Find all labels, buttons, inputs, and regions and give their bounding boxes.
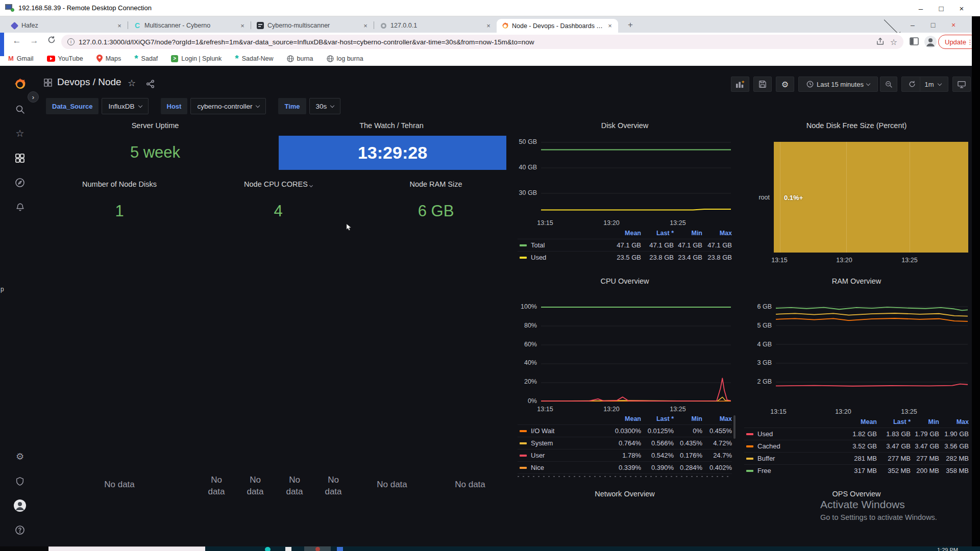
browser-maximize-icon[interactable]: □ [923, 21, 943, 29]
clock-panel: 13:29:28 [279, 136, 506, 170]
legend-row-ram-free[interactable]: Free 317 MB 352 MB 200 MB 358 MB [744, 464, 969, 477]
sidebar-item-dashboards[interactable] [12, 151, 28, 166]
y-tick: 40 GB [512, 164, 537, 171]
url-bar[interactable]: i 127.0.0.1:3000/d/lXiQG7/node?orgId=1&r… [61, 35, 903, 49]
share-dashboard-icon[interactable] [146, 80, 155, 90]
bookmark-sadaf[interactable]: *Sadaf [134, 55, 158, 62]
variable-value-host[interactable]: cyberno-controller [190, 98, 266, 114]
taskbar-search-box[interactable] [48, 546, 205, 551]
y-tick: 4 GB [747, 341, 772, 348]
cpu-overview-chart[interactable] [541, 305, 731, 402]
sidebar-item-alerting[interactable] [12, 199, 28, 215]
legend-row-ram-buffer[interactable]: Buffer 281 MB 277 MB 277 MB 282 MB [744, 452, 969, 464]
legend-scrollbar[interactable] [733, 415, 736, 439]
favorite-star-icon[interactable]: ☆ [128, 78, 136, 89]
refresh-picker[interactable]: 1m [901, 77, 948, 92]
tab-close-icon[interactable]: × [606, 22, 614, 30]
breadcrumb[interactable]: Devops / Node [57, 77, 121, 88]
tv-mode-button[interactable] [952, 77, 971, 92]
sidebar-item-configuration[interactable]: ⚙ [12, 449, 28, 464]
site-info-icon[interactable]: i [67, 38, 75, 45]
disk-overview-chart[interactable] [541, 134, 731, 219]
bookmark-gmail[interactable]: MGmail [8, 55, 34, 62]
browser-minimize-icon[interactable]: – [902, 21, 923, 29]
rdp-minimize-icon[interactable]: – [911, 4, 931, 13]
no-data-panel: No data [243, 474, 267, 497]
forward-icon[interactable]: → [28, 36, 41, 46]
bookmark-sadaf-new[interactable]: *Sadaf-New [235, 55, 273, 62]
variable-value-time[interactable]: 30s [309, 98, 341, 114]
clock-icon [806, 81, 814, 88]
tab-close-icon[interactable]: × [238, 22, 247, 30]
sidebar-item-server-admin[interactable] [12, 473, 28, 489]
save-dashboard-button[interactable] [753, 77, 772, 92]
taskbar-app-icon[interactable] [285, 547, 291, 551]
bookmark-log-burna[interactable]: log burna [327, 55, 363, 62]
rdp-close-icon[interactable]: × [951, 4, 972, 13]
tab-hafez[interactable]: Hafez × [6, 18, 128, 33]
bookmark-maps[interactable]: Maps [96, 55, 121, 62]
reload-icon[interactable] [45, 36, 58, 46]
add-panel-button[interactable]: + [731, 77, 749, 92]
legend-row-user[interactable]: User 1.78% 0.542% 0.176% 24.7% [518, 449, 732, 461]
taskbar-app-icon[interactable] [337, 547, 343, 551]
tab-node-devops-active[interactable]: Node - Devops - Dashboards - G × [497, 19, 618, 33]
panel-title-cpu-cores[interactable]: Node CPU CORES [198, 180, 358, 188]
panel-title-network-overview: Network Overview [518, 490, 732, 498]
taskbar-active-app[interactable] [304, 546, 331, 551]
x-tick: 13:20 [599, 219, 624, 227]
sidebar-expand-button[interactable]: › [28, 91, 39, 103]
legend-row-ram-cached[interactable]: Cached 3.52 GB 3.47 GB 3.47 GB 3.56 GB [744, 440, 969, 452]
panel-title-server-uptime: Server Uptime [41, 121, 270, 130]
side-panel-icon[interactable] [910, 37, 919, 47]
ram-overview-chart[interactable] [776, 305, 968, 403]
x-tick: 13:25 [897, 408, 921, 415]
stat-node-disks: 1 [41, 202, 198, 220]
disk-free-bar[interactable]: 0.1%+ [774, 142, 968, 253]
bookmark-splunk[interactable]: >Login | Splunk [171, 55, 222, 62]
dashboard-settings-button[interactable]: ⚙ [776, 77, 794, 92]
sidebar-item-explore[interactable] [12, 175, 28, 190]
rdp-maximize-icon[interactable]: □ [931, 4, 951, 13]
bookmark-youtube[interactable]: YouTube [47, 55, 83, 62]
profile-avatar[interactable] [924, 35, 937, 51]
zoom-out-time-button[interactable] [880, 77, 897, 92]
tab-multiscanner[interactable]: C Multiscanner - Cyberno × [129, 18, 251, 33]
time-range-picker[interactable]: Last 15 minutes [798, 77, 878, 92]
rdp-titlebar: 192.168.58.39 - Remote Desktop Connectio… [0, 0, 980, 16]
sidebar-item-search[interactable] [12, 102, 28, 117]
no-data-panel: No data [283, 474, 306, 497]
share-icon[interactable] [876, 37, 885, 47]
tab-close-icon[interactable]: × [361, 22, 370, 30]
legend-row-total[interactable]: Total 47.1 GB 47.1 GB 47.1 GB 47.1 GB [518, 239, 732, 251]
gear-icon: ⚙ [16, 451, 24, 462]
stat-server-uptime: 5 week [41, 143, 270, 162]
grafana-logo[interactable] [12, 77, 28, 92]
tab-separator [251, 21, 251, 29]
tab-localhost[interactable]: 127.0.0.1 × [375, 18, 497, 33]
browser-close-icon[interactable]: × [943, 21, 964, 29]
sidebar-item-help[interactable] [12, 522, 28, 538]
sidebar-item-starred[interactable]: ☆ [12, 126, 28, 141]
series-swatch [746, 445, 753, 447]
back-icon[interactable]: ← [10, 36, 23, 46]
legend-row-used[interactable]: Used 23.5 GB 23.8 GB 23.4 GB 23.8 GB [518, 251, 732, 263]
variable-label-datasource: Data_Source [46, 98, 99, 114]
legend-row-ram-used[interactable]: Used 1.82 GB 1.83 GB 1.79 GB 1.90 GB [744, 428, 969, 440]
tab-close-icon[interactable]: × [484, 22, 493, 30]
activate-windows-watermark: Activate Windows [820, 498, 905, 511]
tab-search-chevron-icon[interactable] [882, 21, 902, 29]
tab-cyberno-multiscanner[interactable]: Cyberno-multiscanner × [252, 18, 374, 33]
tab-close-icon[interactable]: × [115, 22, 124, 30]
sidebar-user-avatar[interactable] [12, 498, 28, 513]
new-tab-icon[interactable]: + [624, 20, 637, 30]
x-tick: 13:15 [766, 408, 791, 415]
taskbar-app-icon[interactable] [265, 547, 271, 551]
legend-row-system[interactable]: System 0.764% 0.566% 0.435% 4.72% [518, 437, 732, 449]
bookmark-star-icon[interactable]: ☆ [890, 37, 897, 47]
variable-value-datasource[interactable]: InfluxDB [102, 98, 148, 114]
legend-row-nice[interactable]: Nice 0.339% 0.390% 0.284% 0.402% [518, 461, 732, 473]
bookmark-burna[interactable]: burna [287, 55, 313, 62]
stat-ram-size: 6 GB [358, 202, 513, 220]
legend-row-iowait[interactable]: I/O Wait 0.0300% 0.0125% 0% 0.455% [518, 424, 732, 437]
